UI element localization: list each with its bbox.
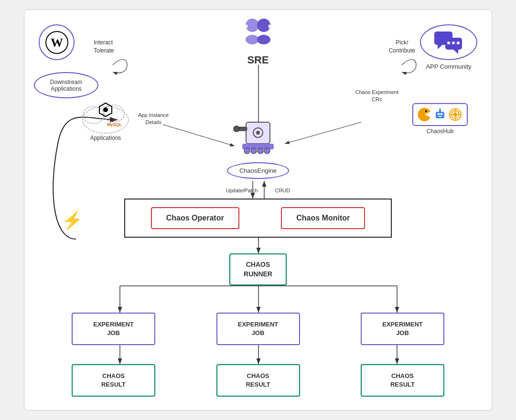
svg-point-55 <box>439 108 441 110</box>
svg-point-36 <box>234 126 239 132</box>
chaos-runner-box: CHAOS RUNNER <box>229 253 287 285</box>
svg-line-5 <box>285 122 361 144</box>
svg-line-4 <box>163 125 235 146</box>
svg-point-47 <box>452 42 455 44</box>
chaos-runner-group: CHAOS RUNNER <box>229 253 287 285</box>
svg-marker-43 <box>438 45 442 49</box>
svg-text:MySQL: MySQL <box>107 122 122 127</box>
svg-rect-52 <box>441 113 442 115</box>
chaosengine-group: ChaosEngine <box>227 115 289 179</box>
svg-point-23 <box>257 35 270 44</box>
svg-point-27 <box>83 106 104 124</box>
interact-tolerate-text: Interact Tolerate <box>94 39 114 55</box>
svg-point-41 <box>264 148 270 154</box>
pacman-icon <box>418 108 431 121</box>
svg-marker-21 <box>269 24 272 28</box>
wordpress-icon: W <box>39 24 75 60</box>
community-icon <box>432 29 465 55</box>
svg-point-40 <box>258 148 263 154</box>
operator-monitor-box: Chaos Operator Chaos Monitor <box>124 199 392 238</box>
svg-rect-53 <box>439 116 441 117</box>
wordpress-group: W <box>39 24 75 60</box>
svg-point-30 <box>103 107 108 112</box>
chaosengine-label: ChaosEngine <box>227 162 289 179</box>
target-icon <box>449 108 462 121</box>
lightning-icon: ⚡ <box>62 210 83 231</box>
crud-label: CRUD <box>275 188 290 193</box>
app-community-group: APP Community <box>420 24 477 70</box>
update-crud-labels: Update/Patch CRUD <box>226 188 290 193</box>
svg-point-19 <box>257 19 270 32</box>
svg-marker-45 <box>453 50 458 54</box>
svg-point-38 <box>244 148 250 154</box>
robot-icon <box>433 108 447 121</box>
result-row: CHAOS RESULT CHAOS RESULT CHAOS RESULT <box>72 364 444 397</box>
app-community-label: APP Community <box>426 63 471 70</box>
chaoshub-group: ChaosHub <box>412 103 468 135</box>
svg-point-46 <box>447 42 450 44</box>
downstream-oval: DownstreamApplications <box>34 72 98 98</box>
update-patch-label: Update/Patch <box>226 188 258 193</box>
chaoshub-label: ChaosHub <box>412 128 468 135</box>
svg-point-18 <box>246 19 259 32</box>
app-community-oval <box>420 24 477 60</box>
downstream-group: DownstreamApplications <box>34 72 98 98</box>
app-instance-label: App InstanceDetails <box>138 112 169 126</box>
svg-rect-50 <box>436 112 444 118</box>
diagram-container: SRE W Interact Tolerate DownstreamApplic… <box>24 10 492 410</box>
sre-label: SRE <box>247 54 269 66</box>
pick-contribute-text: Pick/ Contribute <box>389 39 415 55</box>
svg-text:W: W <box>51 36 63 50</box>
chaos-operator-box: Chaos Operator <box>151 207 239 229</box>
svg-point-39 <box>251 148 257 154</box>
sre-icon <box>239 15 277 53</box>
applications-group: MySQL Applications <box>79 98 132 141</box>
experiment-job-middle: EXPERIMENT JOB <box>216 313 300 345</box>
chaos-monitor-box: Chaos Monitor <box>281 207 365 229</box>
chaos-experiment-crs-label: Chaos ExperimentCRs <box>355 89 399 104</box>
svg-point-22 <box>246 35 259 44</box>
chaos-result-right: CHAOS RESULT <box>361 364 444 397</box>
chaos-result-middle: CHAOS RESULT <box>216 364 300 397</box>
experiment-row: EXPERIMENT JOB EXPERIMENT JOB EXPERIMENT… <box>72 313 444 345</box>
experiment-job-right: EXPERIMENT JOB <box>361 313 444 345</box>
svg-point-48 <box>457 42 460 44</box>
experiment-job-left: EXPERIMENT JOB <box>72 313 155 345</box>
svg-rect-51 <box>438 113 440 115</box>
chaosengine-icon <box>232 115 284 160</box>
svg-point-34 <box>256 131 260 135</box>
chaoshub-box <box>412 103 468 126</box>
sre-group: SRE <box>239 15 277 66</box>
svg-marker-20 <box>244 24 247 28</box>
applications-icon: MySQL <box>79 98 132 136</box>
chaos-result-left: CHAOS RESULT <box>72 364 155 397</box>
svg-point-49 <box>425 110 427 112</box>
